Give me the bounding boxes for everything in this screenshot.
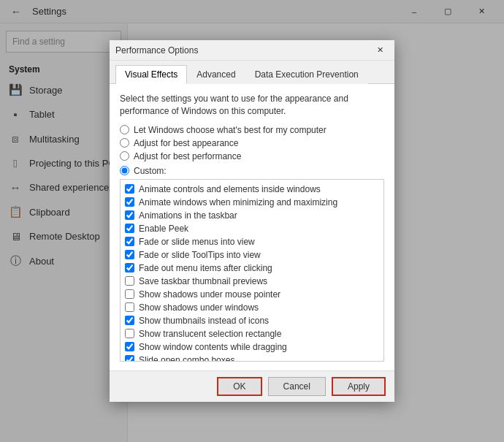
apply-button[interactable]: Apply [332, 377, 386, 396]
checkbox-item[interactable]: Slide open combo boxes [123, 354, 381, 362]
checkbox-item[interactable]: Show window contents while dragging [123, 340, 381, 354]
dialog-title: Performance Options [115, 45, 371, 56]
dialog-title-bar: Performance Options ✕ [110, 40, 394, 61]
radio-appearance-label: Adjust for best appearance [134, 138, 238, 148]
checkbox-item[interactable]: Show translucent selection rectangle [123, 327, 381, 340]
radio-performance[interactable]: Adjust for best performance [120, 151, 384, 161]
checkbox-item[interactable]: Fade or slide ToolTips into view [123, 248, 381, 262]
radio-appearance[interactable]: Adjust for best appearance [120, 138, 384, 148]
checkbox-item[interactable]: Animations in the taskbar [123, 209, 381, 222]
checkbox-item[interactable]: Enable Peek [123, 222, 381, 235]
checkbox-item[interactable]: Animate windows when minimizing and maxi… [123, 196, 381, 209]
dialog-body: Select the settings you want to use for … [110, 84, 394, 370]
ok-button[interactable]: OK [217, 377, 261, 396]
settings-window: ← Settings – ▢ ✕ Find a setting System 💾… [0, 0, 504, 442]
dialog-close-button[interactable]: ✕ [371, 42, 389, 59]
dialog-footer: OK Cancel Apply [110, 370, 394, 402]
tab-visual-effects[interactable]: Visual Effects [115, 65, 187, 84]
radio-auto-label: Let Windows choose what's best for my co… [134, 125, 327, 135]
custom-radio-label: Custom: [120, 166, 384, 176]
checkbox-item[interactable]: Save taskbar thumbnail previews [123, 275, 381, 288]
performance-options-dialog: Performance Options ✕ Visual Effects Adv… [110, 40, 394, 402]
checkbox-item[interactable]: Animate controls and elements inside win… [123, 183, 381, 196]
visual-effects-list[interactable]: Animate controls and elements inside win… [120, 179, 384, 362]
dialog-tabs: Visual Effects Advanced Data Execution P… [110, 61, 394, 84]
checkbox-item[interactable]: Show thumbnails instead of icons [123, 314, 381, 327]
checkbox-item[interactable]: Show shadows under windows [123, 301, 381, 314]
checkbox-item[interactable]: Fade or slide menus into view [123, 235, 381, 248]
checkbox-item[interactable]: Show shadows under mouse pointer [123, 288, 381, 301]
cancel-button[interactable]: Cancel [268, 377, 326, 396]
radio-auto[interactable]: Let Windows choose what's best for my co… [120, 125, 384, 135]
checkbox-item[interactable]: Fade out menu items after clicking [123, 262, 381, 275]
custom-label-text: Custom: [134, 166, 167, 176]
dialog-description: Select the settings you want to use for … [120, 93, 384, 118]
radio-performance-label: Adjust for best performance [134, 151, 241, 161]
tab-dep[interactable]: Data Execution Prevention [245, 65, 368, 84]
tab-advanced[interactable]: Advanced [187, 65, 245, 84]
dialog-overlay: Performance Options ✕ Visual Effects Adv… [0, 0, 504, 442]
